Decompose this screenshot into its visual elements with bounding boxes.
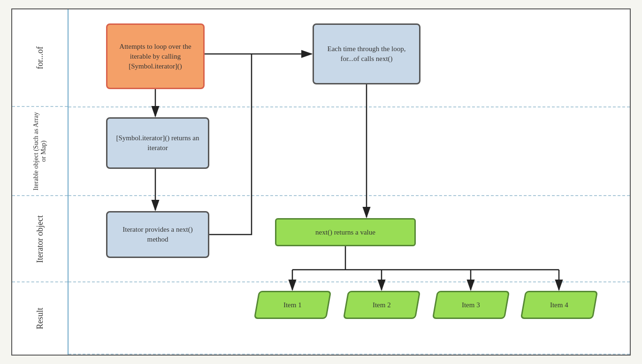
box-item3: Item 3	[432, 291, 510, 319]
label-for-of: for...of	[12, 9, 68, 107]
rows-container: Attempts to loop over the iterable by ca…	[69, 9, 630, 355]
box-attempts: Attempts to loop over the iterable by ca…	[106, 23, 205, 89]
box-next-returns: next() returns a value	[275, 218, 416, 246]
label-result: Result	[12, 282, 68, 355]
label-column: for...of Iterable object (Such as Array …	[12, 9, 69, 355]
diagram-container: for...of Iterable object (Such as Array …	[11, 8, 631, 356]
box-iterator-next: Iterator provides a next() method	[106, 211, 209, 258]
box-symbol-iterator: [Symbol.iterator]() returns an iterator	[106, 117, 209, 169]
box-item4: Item 4	[520, 291, 598, 319]
box-item2: Item 2	[343, 291, 421, 319]
label-iterable: Iterable object (Such as Array or Map)	[12, 107, 68, 196]
box-item1: Item 1	[254, 291, 332, 319]
box-each-time: Each time through the loop, for...of cal…	[313, 23, 420, 84]
label-iterator: Iterator object	[12, 196, 68, 282]
